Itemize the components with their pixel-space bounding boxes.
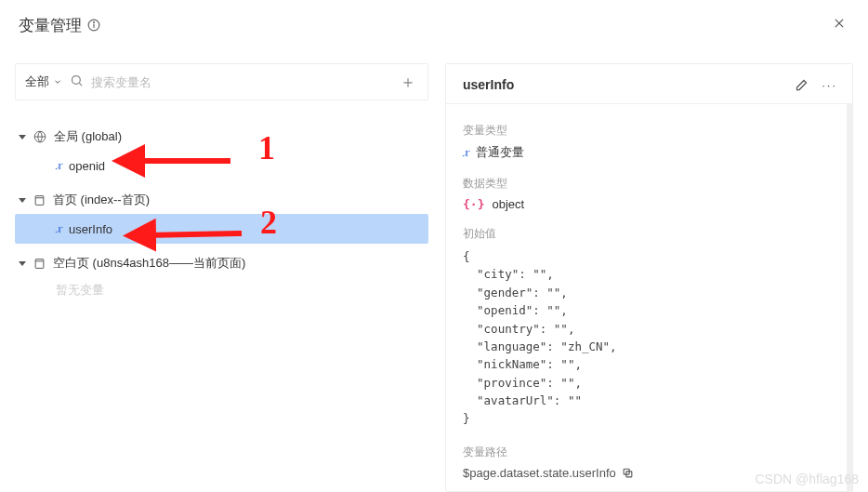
- section-label-datatype: 数据类型: [463, 176, 830, 192]
- group-label: 空白页 (u8ns4ash168——当前页面): [53, 255, 245, 272]
- svg-rect-8: [35, 195, 44, 205]
- datatype-value: object: [492, 197, 524, 211]
- caret-down-icon: [19, 135, 26, 140]
- page-title-text: 变量管理: [19, 15, 82, 36]
- svg-point-5: [72, 76, 81, 85]
- tree-item-label: userInfo: [69, 222, 112, 236]
- svg-line-6: [79, 83, 82, 86]
- tree-group-global[interactable]: 全局 (global): [15, 123, 428, 151]
- tree-group-index[interactable]: 首页 (index--首页): [15, 186, 428, 214]
- svg-rect-10: [35, 259, 44, 268]
- filter-dropdown[interactable]: 全部: [25, 73, 62, 90]
- variable-icon: 𝑥: [56, 158, 61, 173]
- chevron-down-icon: [53, 77, 62, 86]
- tree-item-openid[interactable]: 𝑥 openid: [15, 151, 428, 180]
- caret-down-icon: [19, 198, 26, 203]
- variable-type-value: 普通变量: [476, 144, 524, 161]
- object-icon: {·}: [463, 197, 484, 211]
- more-button[interactable]: ···: [822, 78, 837, 92]
- empty-placeholder: 暂无变量: [15, 277, 428, 303]
- info-icon[interactable]: [87, 19, 100, 32]
- tree-item-userinfo[interactable]: 𝑥 userInfo: [15, 214, 428, 244]
- globe-icon: [33, 130, 46, 143]
- add-variable-button[interactable]: ＋: [396, 71, 420, 93]
- init-value-code: { "city": "", "gender": "", "openid": ""…: [463, 247, 830, 428]
- detail-panel: userInfo ··· 变量类型 𝑥 普通变量 数据类型 {·} object…: [445, 63, 853, 492]
- filter-label: 全部: [25, 73, 49, 90]
- variable-icon: 𝑥: [463, 145, 468, 160]
- variable-path-value: $page.dataset.state.userInfo: [463, 466, 616, 480]
- svg-point-2: [94, 22, 95, 23]
- search-icon: [70, 73, 84, 90]
- group-label: 首页 (index--首页): [53, 192, 150, 208]
- search-bar: 全部 ＋: [15, 63, 428, 100]
- variable-tree: 全局 (global) 𝑥 openid 首页 (index--首页) 𝑥: [15, 123, 428, 309]
- page-icon: [33, 194, 46, 206]
- page-icon: [33, 258, 46, 270]
- section-label-path: 变量路径: [463, 445, 830, 460]
- variable-icon: 𝑥: [56, 221, 61, 236]
- tree-item-label: openid: [69, 159, 105, 173]
- search-input[interactable]: [91, 75, 388, 89]
- section-label-init: 初始值: [463, 226, 830, 242]
- group-label: 全局 (global): [54, 128, 122, 145]
- caret-down-icon: [19, 261, 26, 266]
- page-title: 变量管理: [19, 15, 100, 36]
- close-button[interactable]: [829, 13, 849, 37]
- copy-icon[interactable]: [622, 467, 634, 479]
- section-label-type: 变量类型: [463, 123, 830, 139]
- detail-title: userInfo: [463, 77, 514, 92]
- edit-button[interactable]: [795, 78, 809, 92]
- tree-group-blankpage[interactable]: 空白页 (u8ns4ash168——当前页面): [15, 249, 428, 277]
